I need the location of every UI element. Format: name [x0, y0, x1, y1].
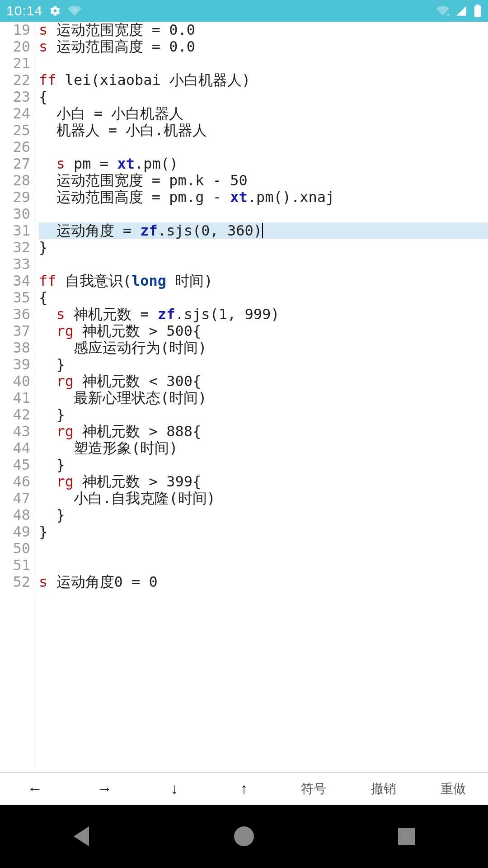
- line-number: 39: [0, 356, 30, 373]
- text-cursor: [262, 223, 263, 238]
- code-line[interactable]: [39, 206, 488, 222]
- code-line[interactable]: s 运动范围高度 = 0.0: [39, 38, 488, 55]
- code-line[interactable]: [39, 55, 488, 72]
- svg-text:×: ×: [447, 12, 449, 17]
- line-number: 48: [0, 507, 30, 524]
- code-line[interactable]: }: [39, 356, 488, 373]
- gear-icon: [49, 5, 61, 17]
- line-number: 50: [0, 540, 30, 557]
- code-line[interactable]: }: [39, 507, 488, 524]
- wifi-weak-icon: ?: [68, 4, 81, 18]
- code-line[interactable]: s 运动范围宽度 = 0.0: [39, 22, 488, 38]
- line-number: 52: [0, 574, 30, 590]
- symbol-button[interactable]: 符号: [279, 773, 348, 805]
- line-number: 22: [0, 72, 30, 89]
- code-line[interactable]: [39, 540, 488, 557]
- line-number: 46: [0, 473, 30, 490]
- editor-toolbar: ← → ↓ ↑ 符号 撤销 重做: [0, 772, 488, 805]
- nav-home-button[interactable]: [233, 826, 255, 847]
- line-number: 49: [0, 524, 30, 540]
- code-area[interactable]: s 运动范围宽度 = 0.0s 运动范围高度 = 0.0ff lei(xiaob…: [36, 22, 488, 772]
- line-number: 20: [0, 38, 30, 55]
- line-number: 29: [0, 189, 30, 206]
- line-number: 32: [0, 239, 30, 256]
- code-line[interactable]: 运动范围宽度 = pm.k - 50: [39, 172, 488, 189]
- line-number: 34: [0, 273, 30, 289]
- line-number: 36: [0, 306, 30, 323]
- code-line[interactable]: rg 神机元数 > 888{: [39, 423, 488, 440]
- line-number: 43: [0, 423, 30, 440]
- code-line[interactable]: 小白 = 小白机器人: [39, 105, 488, 122]
- line-number: 44: [0, 440, 30, 457]
- nav-recent-button[interactable]: [396, 826, 418, 847]
- code-line[interactable]: }: [39, 406, 488, 423]
- code-line[interactable]: rg 神机元数 > 500{: [39, 323, 488, 340]
- wifi-off-icon: ×: [436, 5, 449, 17]
- line-number: 31: [0, 222, 30, 239]
- line-number: 41: [0, 390, 30, 406]
- line-number: 51: [0, 557, 30, 574]
- battery-icon: [474, 5, 482, 17]
- code-line[interactable]: {: [39, 89, 488, 105]
- svg-rect-2: [474, 5, 481, 17]
- code-line[interactable]: }: [39, 457, 488, 473]
- status-clock: 10:14: [6, 3, 42, 19]
- line-number: 24: [0, 105, 30, 122]
- line-number: 35: [0, 289, 30, 306]
- redo-button[interactable]: 重做: [418, 773, 488, 805]
- arrow-up-button[interactable]: ↑: [209, 773, 279, 805]
- line-number: 19: [0, 22, 30, 38]
- code-line[interactable]: [39, 139, 488, 156]
- status-bar: 10:14 ? ×: [0, 0, 488, 22]
- line-number: 23: [0, 89, 30, 105]
- line-number-gutter: 1920212223242526272829303132333435363738…: [0, 22, 36, 772]
- line-number: 33: [0, 256, 30, 273]
- arrow-down-button[interactable]: ↓: [140, 773, 209, 805]
- code-line[interactable]: }: [39, 524, 488, 540]
- code-line[interactable]: {: [39, 289, 488, 306]
- code-editor[interactable]: 1920212223242526272829303132333435363738…: [0, 22, 488, 772]
- home-circle-icon: [234, 826, 254, 846]
- nav-back-button[interactable]: [70, 826, 92, 847]
- line-number: 21: [0, 55, 30, 72]
- code-line[interactable]: ff 自我意识(long 时间): [39, 273, 488, 289]
- code-line[interactable]: 最新心理状态(时间): [39, 390, 488, 406]
- svg-rect-3: [476, 5, 479, 6]
- code-line[interactable]: [39, 256, 488, 273]
- code-line[interactable]: ff lei(xiaobai 小白机器人): [39, 72, 488, 89]
- line-number: 47: [0, 490, 30, 507]
- line-number: 42: [0, 406, 30, 423]
- line-number: 38: [0, 340, 30, 356]
- line-number: 45: [0, 457, 30, 473]
- line-number: 28: [0, 172, 30, 189]
- code-line[interactable]: s 神机元数 = zf.sjs(1, 999): [39, 306, 488, 323]
- status-left: 10:14 ?: [6, 3, 81, 19]
- svg-text:?: ?: [73, 8, 76, 14]
- line-number: 26: [0, 139, 30, 156]
- code-line[interactable]: }: [39, 239, 488, 256]
- code-line[interactable]: rg 神机元数 > 399{: [39, 473, 488, 490]
- signal-icon: [455, 5, 467, 17]
- code-line[interactable]: 运动角度 = zf.sjs(0, 360): [39, 222, 488, 239]
- code-line[interactable]: rg 神机元数 < 300{: [39, 373, 488, 390]
- line-number: 37: [0, 323, 30, 340]
- line-number: 40: [0, 373, 30, 390]
- line-number: 27: [0, 156, 30, 172]
- code-line[interactable]: 小白.自我克隆(时间): [39, 490, 488, 507]
- code-line[interactable]: 塑造形象(时间): [39, 440, 488, 457]
- recent-square-icon: [398, 828, 415, 845]
- code-line[interactable]: 运动范围高度 = pm.g - xt.pm().xnaj: [39, 189, 488, 206]
- arrow-right-button[interactable]: →: [70, 773, 139, 805]
- back-triangle-icon: [74, 826, 89, 846]
- code-line[interactable]: 机器人 = 小白.机器人: [39, 122, 488, 139]
- line-number: 25: [0, 122, 30, 139]
- status-right: ×: [436, 5, 482, 17]
- arrow-left-button[interactable]: ←: [0, 773, 70, 805]
- line-number: 30: [0, 206, 30, 222]
- code-line[interactable]: [39, 557, 488, 574]
- code-line[interactable]: s pm = xt.pm(): [39, 156, 488, 172]
- undo-button[interactable]: 撤销: [348, 773, 418, 805]
- code-line[interactable]: s 运动角度0 = 0: [39, 574, 488, 590]
- android-nav-bar: [0, 805, 488, 868]
- code-line[interactable]: 感应运动行为(时间): [39, 340, 488, 356]
